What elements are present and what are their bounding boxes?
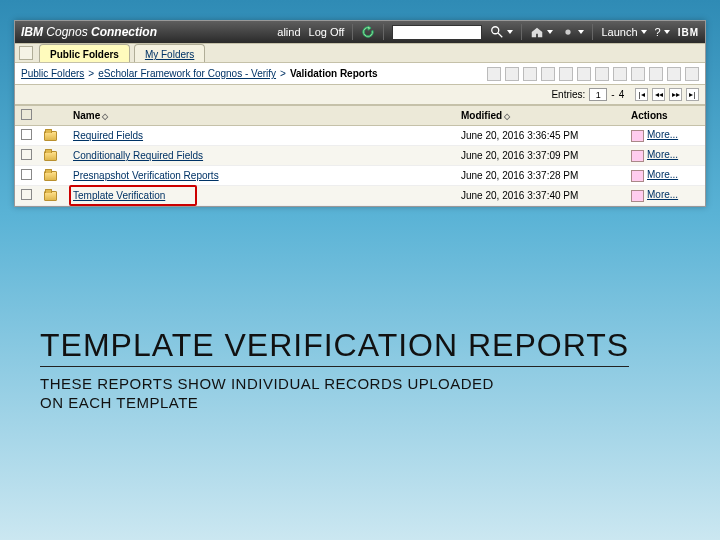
username-label: alind	[277, 26, 300, 38]
chevron-down-icon	[641, 30, 647, 34]
toolbar	[487, 67, 699, 81]
cut-icon[interactable]	[595, 67, 609, 81]
copy-icon[interactable]	[613, 67, 627, 81]
svg-line-1	[498, 33, 502, 37]
column-header-actions: Actions	[625, 106, 705, 126]
logoff-link[interactable]: Log Off	[309, 26, 345, 38]
ibm-logo: IBM	[678, 27, 699, 38]
brand-label: IBM Cognos Connection	[21, 25, 157, 39]
search-button[interactable]	[490, 25, 513, 39]
row-modified: June 20, 2016 3:37:40 PM	[455, 186, 625, 206]
properties-icon[interactable]	[631, 190, 644, 202]
row-name-link[interactable]: Required Fields	[73, 130, 143, 141]
breadcrumb-separator: >	[88, 68, 94, 79]
table-row: Template VerificationJune 20, 2016 3:37:…	[15, 186, 705, 206]
tab-config-button[interactable]	[19, 46, 33, 60]
row-name-link[interactable]: Presnapshot Verification Reports	[73, 170, 219, 181]
home-button[interactable]	[530, 25, 553, 39]
row-name-link[interactable]: Conditionally Required Fields	[73, 150, 203, 161]
folder-icon	[44, 151, 57, 161]
new-job-icon[interactable]	[541, 67, 555, 81]
row-checkbox[interactable]	[21, 169, 32, 180]
search-icon	[490, 25, 504, 39]
column-header-name[interactable]: Name◇	[67, 106, 455, 126]
properties-icon[interactable]	[631, 150, 644, 162]
slide-text-block: TEMPLATE VERIFICATION REPORTS THESE REPO…	[40, 327, 680, 413]
breadcrumb-current: Validation Reports	[290, 68, 378, 79]
chevron-down-icon	[578, 30, 584, 34]
new-url-icon[interactable]	[559, 67, 573, 81]
select-all-checkbox[interactable]	[21, 109, 32, 120]
top-bar: IBM Cognos Connection alind Log Off Laun…	[15, 21, 705, 43]
search-input[interactable]	[392, 25, 482, 40]
properties-icon[interactable]	[631, 130, 644, 142]
row-checkbox[interactable]	[21, 129, 32, 140]
breadcrumb-link-root[interactable]: Public Folders	[21, 68, 84, 79]
refresh-icon	[361, 25, 375, 39]
chevron-down-icon	[547, 30, 553, 34]
new-folder-icon[interactable]	[523, 67, 537, 81]
tools-button[interactable]	[561, 25, 584, 39]
row-more-link[interactable]: More...	[647, 169, 678, 180]
row-modified: June 20, 2016 3:37:28 PM	[455, 166, 625, 186]
tab-my-folders[interactable]: My Folders	[134, 44, 205, 62]
folder-icon	[44, 171, 57, 181]
sort-icon: ◇	[102, 112, 108, 121]
entries-row: Entries: - 4 |◂ ◂◂ ▸▸ ▸|	[15, 85, 705, 105]
separator	[521, 24, 522, 40]
entries-to: 4	[619, 89, 625, 100]
column-header-modified[interactable]: Modified◇	[455, 106, 625, 126]
row-name-link[interactable]: Template Verification	[73, 190, 165, 201]
delete-icon[interactable]	[649, 67, 663, 81]
view-list-icon[interactable]	[487, 67, 501, 81]
slide-title: TEMPLATE VERIFICATION REPORTS	[40, 327, 629, 367]
row-more-link[interactable]: More...	[647, 149, 678, 160]
separator	[352, 24, 353, 40]
svg-point-0	[492, 27, 499, 34]
order-icon[interactable]	[667, 67, 681, 81]
report-table: Name◇ Modified◇ Actions Required FieldsJ…	[15, 105, 705, 206]
table-row: Presnapshot Verification ReportsJune 20,…	[15, 166, 705, 186]
sort-icon: ◇	[504, 112, 510, 121]
breadcrumb-row: Public Folders > eScholar Framework for …	[15, 63, 705, 85]
home-icon	[530, 25, 544, 39]
table-row: Conditionally Required FieldsJune 20, 20…	[15, 146, 705, 166]
entries-from-input[interactable]	[589, 88, 607, 101]
row-checkbox[interactable]	[21, 149, 32, 160]
tab-public-folders[interactable]: Public Folders	[39, 44, 130, 62]
tab-strip: Public Folders My Folders	[15, 43, 705, 63]
properties-icon[interactable]	[631, 170, 644, 182]
slide-subtitle: THESE REPORTS SHOW INDIVIDUAL RECORDS UP…	[40, 375, 500, 413]
page-first-button[interactable]: |◂	[635, 88, 648, 101]
breadcrumb-link-mid[interactable]: eScholar Framework for Cognos - Verify	[98, 68, 276, 79]
breadcrumb: Public Folders > eScholar Framework for …	[21, 68, 487, 79]
svg-point-2	[566, 29, 571, 34]
separator	[383, 24, 384, 40]
page-last-button[interactable]: ▸|	[686, 88, 699, 101]
folder-icon	[44, 191, 57, 201]
row-more-link[interactable]: More...	[647, 129, 678, 140]
breadcrumb-separator: >	[280, 68, 286, 79]
view-detail-icon[interactable]	[505, 67, 519, 81]
table-row: Required FieldsJune 20, 2016 3:36:45 PMM…	[15, 126, 705, 146]
more-tools-icon[interactable]	[685, 67, 699, 81]
paste-icon[interactable]	[631, 67, 645, 81]
entries-label: Entries:	[551, 89, 585, 100]
refresh-button[interactable]	[361, 25, 375, 39]
page-prev-button[interactable]: ◂◂	[652, 88, 665, 101]
chevron-down-icon	[507, 30, 513, 34]
separator	[592, 24, 593, 40]
help-menu[interactable]: ?	[655, 26, 670, 38]
entries-dash: -	[611, 89, 614, 100]
cognos-window: IBM Cognos Connection alind Log Off Laun…	[14, 20, 706, 207]
folder-icon	[44, 131, 57, 141]
gear-icon	[561, 25, 575, 39]
row-more-link[interactable]: More...	[647, 189, 678, 200]
row-modified: June 20, 2016 3:37:09 PM	[455, 146, 625, 166]
chevron-down-icon	[664, 30, 670, 34]
properties-icon[interactable]	[577, 67, 591, 81]
row-modified: June 20, 2016 3:36:45 PM	[455, 126, 625, 146]
row-checkbox[interactable]	[21, 189, 32, 200]
page-next-button[interactable]: ▸▸	[669, 88, 682, 101]
launch-menu[interactable]: Launch	[601, 26, 646, 38]
